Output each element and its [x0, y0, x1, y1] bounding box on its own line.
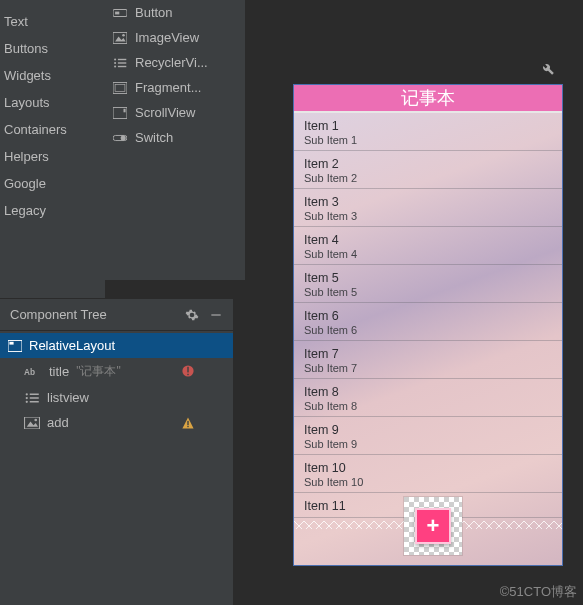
list-item-title: Item 8 — [304, 385, 552, 399]
palette-item[interactable]: ScrollView — [105, 100, 245, 125]
list-icon — [113, 57, 127, 69]
svg-rect-29 — [30, 401, 39, 403]
list-item-title: Item 10 — [304, 461, 552, 475]
preview-title: 记事本 — [294, 85, 562, 113]
palette-item-label: Button — [135, 5, 173, 20]
svg-rect-8 — [118, 62, 126, 63]
list-item[interactable]: Item 3Sub Item 3 — [294, 189, 562, 227]
fragment-icon — [113, 82, 127, 94]
wrench-icon[interactable] — [541, 62, 555, 76]
preview-add-container[interactable]: + — [404, 497, 462, 555]
list-item-subtitle: Sub Item 3 — [304, 210, 552, 222]
palette-item-label: ScrollView — [135, 105, 195, 120]
list-item[interactable]: Item 5Sub Item 5 — [294, 265, 562, 303]
svg-rect-0 — [113, 9, 127, 16]
svg-rect-35 — [187, 426, 188, 427]
list-item-title: Item 4 — [304, 233, 552, 247]
palette-category[interactable]: Text — [0, 8, 105, 35]
list-item[interactable]: Item 10Sub Item 10 — [294, 455, 562, 493]
image-icon — [24, 417, 40, 429]
list-item-title: Item 7 — [304, 347, 552, 361]
component-tree-panel: Component Tree RelativeLayout Abtitle "记… — [0, 298, 233, 605]
preview-listview: Item 1Sub Item 1Item 2Sub Item 2Item 3Su… — [294, 113, 562, 518]
tree-node-label: listview — [47, 390, 89, 405]
svg-point-32 — [34, 418, 37, 421]
svg-point-28 — [26, 400, 28, 402]
list-item-subtitle: Sub Item 6 — [304, 324, 552, 336]
list-item[interactable]: Item 4Sub Item 4 — [294, 227, 562, 265]
palette-category[interactable]: Legacy — [0, 197, 105, 224]
text-ab-icon: Ab — [24, 366, 42, 378]
list-item-title: Item 6 — [304, 309, 552, 323]
svg-rect-27 — [30, 397, 39, 399]
list-item[interactable]: Item 1Sub Item 1 — [294, 113, 562, 151]
svg-marker-31 — [27, 421, 38, 426]
list-item-subtitle: Sub Item 2 — [304, 172, 552, 184]
switch-icon — [113, 132, 127, 144]
svg-rect-6 — [118, 58, 126, 59]
list-item-subtitle: Sub Item 1 — [304, 134, 552, 146]
svg-rect-12 — [115, 84, 125, 91]
svg-point-5 — [114, 58, 116, 60]
tree-node-label: RelativeLayout — [29, 338, 115, 353]
svg-rect-23 — [187, 374, 188, 375]
svg-rect-1 — [115, 11, 119, 14]
gear-icon[interactable] — [185, 308, 199, 322]
palette-category[interactable]: Buttons — [0, 35, 105, 62]
svg-point-26 — [26, 396, 28, 398]
list-item[interactable]: Item 6Sub Item 6 — [294, 303, 562, 341]
scroll-icon — [113, 107, 127, 119]
tree-node[interactable]: Abtitle "记事本" — [0, 358, 233, 385]
list-item-title: Item 2 — [304, 157, 552, 171]
list-item[interactable]: Item 7Sub Item 7 — [294, 341, 562, 379]
tree-node[interactable]: listview — [0, 385, 233, 410]
list-item-subtitle: Sub Item 7 — [304, 362, 552, 374]
list-item[interactable]: Item 2Sub Item 2 — [294, 151, 562, 189]
svg-rect-2 — [113, 32, 127, 43]
list-item-subtitle: Sub Item 10 — [304, 476, 552, 488]
plus-icon: + — [415, 508, 451, 544]
palette-item[interactable]: ImageView — [105, 25, 245, 50]
list-item-subtitle: Sub Item 4 — [304, 248, 552, 260]
list-item-subtitle: Sub Item 8 — [304, 400, 552, 412]
list-item[interactable]: Item 8Sub Item 8 — [294, 379, 562, 417]
svg-point-7 — [114, 61, 116, 63]
svg-point-24 — [26, 393, 28, 395]
tree-node-label: add — [47, 415, 69, 430]
minimize-icon[interactable] — [209, 308, 223, 322]
palette-item[interactable]: Button — [105, 0, 245, 25]
svg-point-16 — [121, 135, 126, 140]
svg-point-4 — [122, 33, 125, 36]
palette-category[interactable]: Layouts — [0, 89, 105, 116]
palette-category[interactable]: Google — [0, 170, 105, 197]
svg-rect-17 — [211, 314, 220, 315]
list-item-subtitle: Sub Item 5 — [304, 286, 552, 298]
tree-node-root[interactable]: RelativeLayout — [0, 333, 233, 358]
list-icon — [24, 392, 40, 404]
svg-marker-3 — [115, 36, 126, 41]
list-item[interactable]: Item 9Sub Item 9 — [294, 417, 562, 455]
device-preview: 记事本 Item 1Sub Item 1Item 2Sub Item 2Item… — [293, 84, 563, 566]
list-item-title: Item 1 — [304, 119, 552, 133]
svg-rect-14 — [124, 108, 126, 112]
layout-icon — [8, 340, 22, 352]
svg-text:Ab: Ab — [24, 368, 35, 377]
palette-item[interactable]: Fragment... — [105, 75, 245, 100]
error-icon — [181, 364, 195, 378]
svg-point-9 — [114, 65, 116, 67]
tree-node[interactable]: add — [0, 410, 233, 435]
design-surface: 记事本 Item 1Sub Item 1Item 2Sub Item 2Item… — [245, 0, 583, 605]
palette-category[interactable]: Widgets — [0, 62, 105, 89]
palette-item-label: Switch — [135, 130, 173, 145]
palette-items: ButtonImageViewRecyclerVi...Fragment...S… — [105, 0, 245, 280]
svg-rect-34 — [187, 421, 188, 425]
svg-rect-10 — [118, 65, 126, 66]
palette-item[interactable]: Switch — [105, 125, 245, 150]
palette-category[interactable]: Containers — [0, 116, 105, 143]
component-tree-body: RelativeLayout Abtitle "记事本"listviewadd — [0, 331, 233, 435]
palette-item[interactable]: RecyclerVi... — [105, 50, 245, 75]
palette-item-label: RecyclerVi... — [135, 55, 208, 70]
palette-category[interactable]: Helpers — [0, 143, 105, 170]
component-tree-header: Component Tree — [0, 299, 233, 331]
tree-node-extra: "记事本" — [76, 363, 121, 380]
